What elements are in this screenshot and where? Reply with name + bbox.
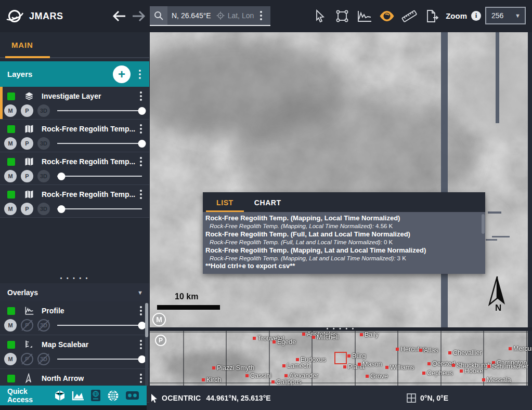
layer-type-icon [23, 91, 35, 101]
layer-opacity-knob[interactable] [58, 205, 66, 213]
toggle-p-button[interactable]: P [21, 319, 33, 332]
vr-goggles-icon[interactable] [125, 391, 139, 400]
layer-visibility-checkbox[interactable] [7, 341, 15, 349]
layer-opacity-slider[interactable] [57, 110, 142, 111]
quick-access-bar: Quick Access [0, 386, 147, 405]
toggle-m-button[interactable]: M [4, 137, 17, 150]
panner-divider[interactable]: • • • • • [150, 327, 532, 331]
investigate-tool-icon[interactable] [379, 7, 395, 25]
toggle-3d-button[interactable]: 3D [37, 353, 50, 365]
toggle-p-button[interactable]: P [21, 170, 33, 182]
toggle-p-button[interactable]: P [21, 353, 33, 365]
passport-icon[interactable] [90, 389, 101, 402]
layer-menu-icon[interactable] [137, 374, 145, 383]
main-map-view[interactable]: 10 km M N LIST CHART Rock-Free Regolith … [150, 32, 532, 327]
layer-opacity-slider[interactable] [57, 176, 142, 177]
toggle-m-button[interactable]: M [4, 203, 17, 215]
toggle-3d-button[interactable]: 3D [37, 203, 50, 215]
investigate-popup-body: Rock-Free Regolith Temp. (Mapping, Local… [203, 212, 485, 274]
select-tool-icon[interactable] [312, 7, 328, 25]
crater-label: Baily [360, 331, 379, 338]
layer-row: Map Scalebar MP3D [0, 335, 149, 369]
sidebar-drag-handle[interactable]: • • • • • [0, 275, 149, 281]
toggle-m-button[interactable]: M [4, 170, 17, 182]
layer-opacity-slider[interactable] [57, 143, 142, 144]
toggle-m-button[interactable]: M [4, 319, 17, 332]
layer-visibility-checkbox[interactable] [7, 158, 15, 166]
tab-list[interactable]: LIST [206, 194, 244, 212]
popup-scrollbar-thumb[interactable] [482, 214, 485, 234]
export-tool-icon[interactable] [424, 7, 439, 25]
toggle-p-button[interactable]: P [21, 203, 33, 215]
layer-visibility-checkbox[interactable] [7, 307, 15, 315]
layer-menu-icon[interactable] [137, 157, 145, 166]
layer-menu-icon[interactable] [137, 124, 145, 134]
layer-opacity-slider[interactable] [57, 359, 142, 360]
map-scalebar-label: 10 km [175, 292, 198, 301]
gps-target-icon[interactable] [214, 6, 227, 25]
search-icon[interactable] [150, 6, 167, 25]
layer-name: Rock-Free Regolith Temp... [42, 190, 137, 199]
layer-name: Rock-Free Regolith Temp... [42, 157, 137, 166]
layer-visibility-checkbox[interactable] [7, 191, 15, 199]
layer-opacity-slider[interactable] [57, 325, 142, 326]
cursor-icon [151, 393, 158, 403]
cube-3d-icon[interactable] [54, 390, 66, 401]
toggle-p-button[interactable]: P [21, 137, 33, 150]
cursor-coordinates: 44.961°N, 25.613°E [206, 394, 271, 402]
crater-label: Bürg [347, 352, 366, 360]
layer-opacity-slider[interactable] [57, 208, 142, 209]
toggle-p-button[interactable]: P [21, 104, 33, 117]
layer-menu-icon[interactable] [137, 190, 145, 199]
layers-menu-icon[interactable] [136, 70, 144, 79]
toggle-3d-button[interactable]: 3D [37, 137, 50, 150]
layer-visibility-checkbox[interactable] [7, 92, 15, 100]
search-box[interactable]: N, 26.645°E Lat, Lon [150, 6, 270, 26]
layers-list: Investigate Layer MP3D Rock-Free Regolit… [0, 87, 149, 218]
crater-label: Atlas [419, 347, 438, 354]
panner-view[interactable]: P TrouvelotEgedeAristotelesMitchellBaily… [150, 331, 532, 386]
north-label: N [495, 303, 501, 312]
toggle-m-button[interactable]: M [4, 104, 17, 117]
layer-visibility-checkbox[interactable] [7, 125, 15, 133]
app-title: JMARS [29, 11, 63, 22]
toggle-3d-button[interactable]: 3D [37, 170, 50, 182]
toggle-3d-button[interactable]: 3D [37, 104, 50, 117]
back-arrow-icon[interactable] [110, 7, 128, 25]
tab-chart[interactable]: CHART [244, 194, 292, 212]
layer-visibility-checkbox[interactable] [7, 375, 15, 382]
sidebar-scrollbar-thumb[interactable] [145, 303, 148, 337]
add-layer-button[interactable]: + [113, 65, 131, 83]
panner-view-badge: P [155, 335, 166, 346]
layer-menu-icon[interactable] [137, 91, 145, 101]
layer-opacity-knob[interactable] [138, 140, 146, 148]
toggle-3d-button[interactable]: 3D [37, 319, 50, 332]
info-icon[interactable]: i [471, 11, 481, 21]
panner-drag-handle[interactable]: • • • • • [150, 326, 532, 332]
search-input[interactable]: N, 26.645°E [167, 6, 214, 25]
layer-opacity-knob[interactable] [58, 173, 66, 180]
toggle-m-button[interactable]: M [4, 353, 17, 365]
globe-icon[interactable] [107, 390, 119, 402]
tab-main[interactable]: MAIN [11, 32, 33, 57]
overlays-header[interactable]: Overlays ▼ [0, 283, 149, 301]
investigate-row-value: Rock-Free Regolith Temp. (Mapping, Lat a… [205, 255, 481, 262]
zoom-value: 256 [491, 11, 503, 20]
panner-current-view-box[interactable] [334, 352, 347, 364]
profile-tool-icon[interactable] [357, 7, 372, 25]
layer-opacity-knob[interactable] [138, 107, 146, 115]
search-menu-icon[interactable] [257, 6, 265, 25]
chevron-down-icon: ▼ [515, 12, 521, 19]
map-right-edge [528, 32, 532, 327]
measure-tool-icon[interactable] [401, 7, 417, 25]
shape-select-tool-icon[interactable] [334, 7, 350, 25]
forward-arrow-icon[interactable] [130, 7, 148, 25]
zoom-dropdown[interactable]: 256 ▼ [485, 7, 526, 24]
layer-menu-icon[interactable] [137, 340, 145, 349]
area-chart-icon[interactable] [72, 390, 84, 401]
crater-label: Lamèch [282, 362, 310, 369]
crater-label: Calippus [271, 378, 302, 386]
toolbar [312, 7, 439, 25]
layer-menu-icon[interactable] [137, 306, 145, 315]
layer-type-icon [23, 306, 35, 316]
